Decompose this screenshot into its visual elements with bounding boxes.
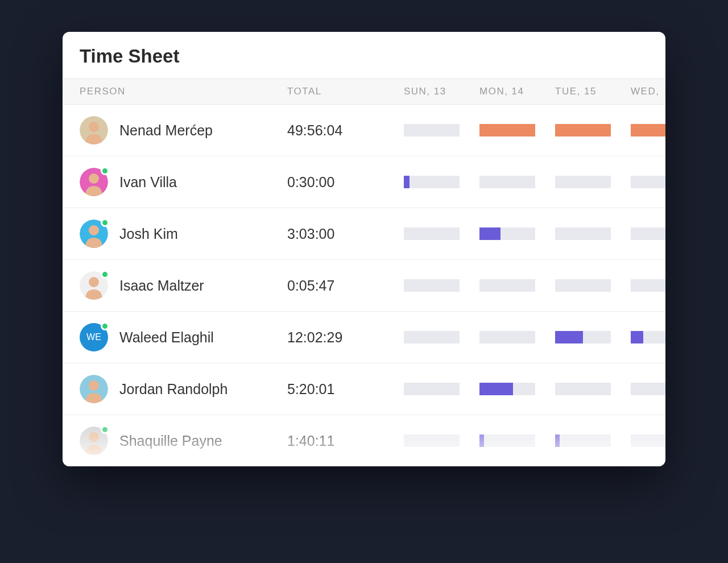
timesheet-body: PERSON TOTAL SUN, 13 MON, 14 TUE, 15 WED… (63, 78, 665, 466)
time-bar (479, 176, 535, 188)
time-bar (555, 383, 611, 395)
time-bar (479, 124, 535, 136)
time-bar (479, 227, 535, 240)
time-bar (555, 331, 611, 343)
time-bar (404, 176, 460, 188)
time-bar (404, 383, 460, 395)
person-name[interactable]: Shaquille Payne (119, 433, 222, 449)
time-bar (479, 331, 535, 343)
time-bar (479, 279, 535, 292)
day-cell[interactable] (555, 176, 631, 188)
header-day-3[interactable]: WED, (631, 86, 665, 97)
day-cell[interactable] (404, 227, 479, 240)
day-cell[interactable] (631, 279, 665, 292)
day-cell[interactable] (404, 279, 479, 292)
time-bar-fill (555, 331, 583, 343)
day-cell[interactable] (404, 124, 479, 136)
online-status-indicator (101, 425, 109, 434)
day-cell[interactable] (404, 383, 479, 395)
time-bar (555, 279, 611, 292)
day-cell[interactable] (404, 434, 479, 447)
day-cell[interactable] (631, 331, 665, 343)
person-name[interactable]: Ivan Villa (119, 174, 177, 191)
time-bar (555, 124, 611, 136)
day-cell[interactable] (404, 176, 479, 188)
online-status-indicator (101, 270, 109, 279)
day-cell[interactable] (631, 434, 665, 447)
total-time: 1:40:11 (287, 433, 404, 449)
page-title: Time Sheet (63, 32, 665, 78)
avatar[interactable] (80, 271, 108, 300)
day-cell[interactable] (555, 227, 631, 240)
time-bar (631, 331, 665, 343)
table-row[interactable]: Shaquille Payne1:40:11 (63, 415, 665, 466)
online-status-indicator (101, 167, 109, 175)
day-cell[interactable] (479, 331, 555, 343)
day-cell[interactable] (631, 383, 665, 395)
time-bar (404, 279, 460, 292)
table-row[interactable]: Nenad Merćep49:56:04 (63, 105, 665, 156)
time-bar (479, 434, 535, 447)
header-total[interactable]: TOTAL (287, 86, 404, 97)
time-bar (555, 227, 611, 240)
avatar[interactable] (80, 220, 108, 248)
person-name[interactable]: Isaac Maltzer (119, 278, 204, 294)
time-bar (404, 124, 460, 136)
svg-point-7 (89, 277, 99, 287)
day-cell[interactable] (479, 383, 555, 395)
avatar[interactable]: WE (80, 323, 108, 351)
time-bar-fill (479, 434, 484, 447)
day-cell[interactable] (555, 434, 631, 447)
header-day-1[interactable]: MON, 14 (479, 86, 555, 97)
table-row[interactable]: Isaac Maltzer0:05:47 (63, 260, 665, 312)
day-cell[interactable] (479, 176, 555, 188)
day-cell[interactable] (631, 124, 665, 136)
total-time: 0:30:00 (287, 174, 404, 191)
day-cell[interactable] (479, 434, 555, 447)
day-cell[interactable] (555, 124, 631, 136)
avatar[interactable] (80, 116, 108, 144)
day-cell[interactable] (631, 227, 665, 240)
table-row[interactable]: Josh Kim3:03:00 (63, 208, 665, 260)
person-name[interactable]: Waleed Elaghil (119, 329, 214, 346)
svg-point-9 (89, 380, 99, 391)
time-bar (404, 331, 460, 343)
header-day-0[interactable]: SUN, 13 (404, 86, 479, 97)
total-time: 49:56:04 (287, 122, 404, 139)
person-name[interactable]: Josh Kim (119, 226, 178, 242)
timesheet-card: Time Sheet PERSON TOTAL SUN, 13 MON, 14 … (63, 32, 665, 466)
table-row[interactable]: Jordan Randolph5:20:01 (63, 363, 665, 415)
time-bar (555, 434, 611, 447)
avatar[interactable] (80, 375, 108, 403)
time-bar-fill (631, 124, 665, 136)
avatar[interactable] (80, 168, 108, 196)
day-cell[interactable] (555, 279, 631, 292)
day-cell[interactable] (479, 279, 555, 292)
person-cell: Josh Kim (80, 220, 287, 248)
day-cell[interactable] (404, 331, 479, 343)
day-cell[interactable] (631, 176, 665, 188)
avatar[interactable] (80, 427, 108, 455)
day-cell[interactable] (555, 331, 631, 343)
svg-point-3 (89, 173, 99, 184)
header-day-2[interactable]: TUE, 15 (555, 86, 631, 97)
person-name[interactable]: Nenad Merćep (119, 122, 213, 139)
time-bar-fill (555, 434, 560, 447)
time-bar (404, 227, 460, 240)
table-row[interactable]: WEWaleed Elaghil12:02:29 (63, 312, 665, 363)
day-cell[interactable] (479, 124, 555, 136)
time-bar-fill (404, 176, 410, 188)
table-row[interactable]: Ivan Villa0:30:00 (63, 156, 665, 208)
time-bar-fill (631, 331, 643, 343)
total-time: 5:20:01 (287, 381, 404, 398)
person-name[interactable]: Jordan Randolph (119, 381, 228, 398)
header-person[interactable]: PERSON (80, 86, 287, 97)
day-cell[interactable] (555, 383, 631, 395)
person-cell: Jordan Randolph (80, 375, 287, 403)
day-cell[interactable] (479, 227, 555, 240)
online-status-indicator (101, 218, 109, 227)
person-cell: Nenad Merćep (80, 116, 287, 144)
time-bar (631, 279, 665, 292)
time-bar-fill (555, 124, 611, 136)
svg-point-1 (89, 122, 99, 132)
